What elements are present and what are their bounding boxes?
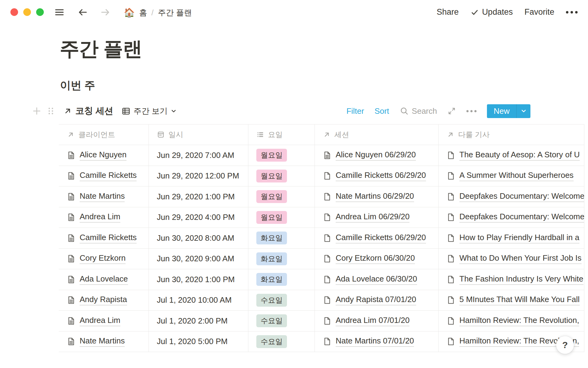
client-cell[interactable]: Nate Martins	[59, 332, 149, 352]
home-icon: 🏠	[124, 8, 135, 17]
page-icon	[447, 296, 455, 305]
column-header-session[interactable]: 세션	[315, 125, 439, 145]
day-tag: 수요일	[256, 335, 287, 348]
article-cell[interactable]: 5 MInutes That Will Make You Fall	[439, 290, 584, 311]
client-cell[interactable]: Nate Martins	[59, 186, 149, 207]
client-cell[interactable]: Andy Rapista	[59, 290, 149, 311]
day-cell[interactable]: 화요일	[248, 228, 315, 248]
session-cell[interactable]: Ada Lovelace 06/30/20	[315, 269, 439, 290]
article-cell[interactable]: Deepfakes Documentary: Welcome	[439, 186, 584, 207]
session-cell[interactable]: Camille Ricketts 06/29/20	[315, 166, 439, 186]
day-cell[interactable]: 월요일	[248, 186, 315, 207]
search-button[interactable]: Search	[400, 106, 437, 116]
collection-title-link[interactable]: 코칭 세션	[75, 105, 113, 117]
article-cell[interactable]: The Beauty of Aesop: A Story of U	[439, 145, 584, 166]
chevron-down-icon[interactable]	[170, 107, 177, 115]
drag-handle-icon[interactable]	[46, 106, 56, 116]
session-cell[interactable]: Nate Martins 07/01/20	[315, 332, 439, 352]
day-tag: 수요일	[256, 314, 287, 327]
day-cell[interactable]: 화요일	[248, 269, 315, 290]
session-link: Andrea Lim 06/29/20	[336, 212, 409, 223]
day-cell[interactable]: 수요일	[248, 290, 315, 311]
page-icon	[323, 254, 332, 263]
client-cell[interactable]: Alice Nguyen	[59, 145, 149, 166]
column-header-datetime[interactable]: 일시	[149, 125, 248, 145]
more-options-icon[interactable]	[566, 11, 578, 13]
search-icon	[400, 106, 409, 116]
close-window-button[interactable]	[10, 8, 18, 16]
date-cell[interactable]: Jun 29, 2020 4:00 PM	[149, 207, 248, 228]
date-cell[interactable]: Jun 30, 2020 8:00 AM	[149, 228, 248, 248]
day-cell[interactable]: 월요일	[248, 166, 315, 186]
table-row: Camille Ricketts Jun 29, 2020 12:00 PM 월…	[59, 166, 584, 187]
article-link: The Beauty of Aesop: A Story of U	[459, 150, 580, 161]
date-cell[interactable]: Jun 29, 2020 7:00 AM	[149, 145, 248, 166]
client-link: Alice Nguyen	[80, 150, 126, 161]
date-cell[interactable]: Jul 1, 2020 2:00 PM	[149, 311, 248, 331]
article-cell[interactable]: The Fashion Industry Is Very White	[439, 269, 584, 290]
breadcrumb-home[interactable]: 홈	[139, 7, 147, 18]
session-cell[interactable]: Nate Martins 06/29/20	[315, 186, 439, 207]
column-header-client[interactable]: 클라이언트	[59, 125, 149, 145]
session-cell[interactable]: Alice Nguyen 06/29/20	[315, 145, 439, 166]
page-icon	[323, 296, 332, 305]
new-dropdown-button[interactable]	[516, 104, 530, 118]
article-cell[interactable]: How to Play Friendly Hardball in a	[439, 228, 584, 248]
column-header-article[interactable]: 다룰 기사	[439, 125, 584, 145]
client-link: Andy Rapista	[80, 295, 127, 305]
share-button[interactable]: Share	[437, 7, 459, 17]
page-icon	[447, 192, 455, 201]
session-cell[interactable]: Cory Etzkorn 06/30/20	[315, 249, 439, 269]
updates-button[interactable]: Updates	[470, 7, 513, 17]
client-cell[interactable]: Ada Lovelace	[59, 269, 149, 290]
breadcrumb-separator: /	[151, 8, 153, 17]
new-button[interactable]: New	[487, 104, 530, 118]
session-cell[interactable]: Andy Rapista 07/01/20	[315, 290, 439, 311]
forward-arrow-icon[interactable]	[100, 7, 111, 18]
session-cell[interactable]: Andrea Lim 07/01/20	[315, 311, 439, 331]
article-cell[interactable]: A Summer Without Superheroes	[439, 166, 584, 186]
zoom-window-button[interactable]	[36, 8, 44, 16]
day-tag: 월요일	[256, 211, 287, 224]
article-cell[interactable]: Deepfakes Documentary: Welcome	[439, 207, 584, 228]
client-cell[interactable]: Cory Etzkorn	[59, 249, 149, 269]
day-cell[interactable]: 월요일	[248, 145, 315, 166]
date-cell[interactable]: Jun 29, 2020 12:00 PM	[149, 166, 248, 186]
date-cell[interactable]: Jul 1, 2020 5:00 PM	[149, 332, 248, 352]
day-cell[interactable]: 화요일	[248, 249, 315, 269]
client-cell[interactable]: Camille Ricketts	[59, 228, 149, 248]
document-icon	[67, 296, 76, 305]
help-button[interactable]: ?	[556, 336, 574, 354]
back-arrow-icon[interactable]	[77, 7, 88, 18]
expand-icon[interactable]	[447, 107, 456, 115]
day-cell[interactable]: 수요일	[248, 311, 315, 331]
article-cell[interactable]: Hamilton Review: The Revolution,	[439, 311, 584, 331]
table-more-options-icon[interactable]	[466, 110, 477, 112]
sort-button[interactable]: Sort	[375, 106, 389, 116]
new-button-label[interactable]: New	[487, 106, 516, 116]
client-cell[interactable]: Camille Ricketts	[59, 166, 149, 186]
column-header-day[interactable]: 요일	[248, 125, 315, 145]
client-cell[interactable]: Andrea Lim	[59, 207, 149, 228]
filter-button[interactable]: Filter	[346, 106, 364, 116]
view-switcher[interactable]: 주간 보기	[134, 106, 168, 117]
sidebar-menu-icon[interactable]	[54, 7, 65, 18]
day-cell[interactable]: 월요일	[248, 207, 315, 228]
date-cell[interactable]: Jun 30, 2020 9:00 AM	[149, 249, 248, 269]
date-cell[interactable]: Jun 29, 2020 1:00 PM	[149, 186, 248, 207]
client-link: Cory Etzkorn	[80, 253, 126, 264]
favorite-button[interactable]: Favorite	[524, 7, 554, 17]
session-cell[interactable]: Camille Ricketts 06/29/20	[315, 228, 439, 248]
client-cell[interactable]: Andrea Lim	[59, 311, 149, 331]
add-block-icon[interactable]	[32, 106, 42, 116]
session-cell[interactable]: Andrea Lim 06/29/20	[315, 207, 439, 228]
breadcrumb-current[interactable]: 주간 플랜	[158, 7, 192, 18]
day-cell[interactable]: 수요일	[248, 332, 315, 352]
date-cell[interactable]: Jul 1, 2020 10:00 AM	[149, 290, 248, 311]
page-icon	[323, 275, 332, 284]
page-icon	[447, 151, 455, 160]
date-cell[interactable]: Jun 30, 2020 1:00 PM	[149, 269, 248, 290]
article-cell[interactable]: What to Do When Your First Job Is	[439, 249, 584, 269]
minimize-window-button[interactable]	[23, 8, 31, 16]
table-view-icon	[121, 106, 131, 116]
